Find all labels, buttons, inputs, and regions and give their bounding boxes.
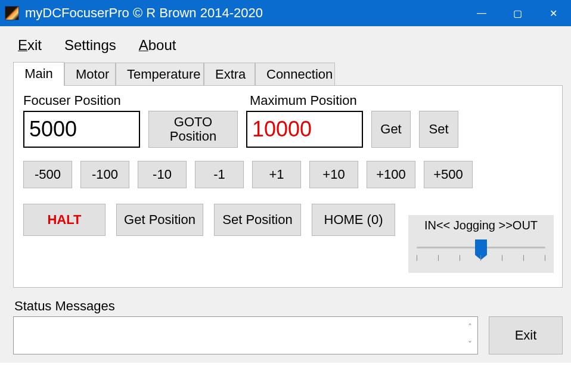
tab-extra[interactable]: Extra — [204, 63, 255, 86]
minimize-button[interactable]: — — [464, 0, 499, 26]
step-plus-500-button[interactable]: +500 — [424, 161, 473, 188]
slider-ticks — [417, 255, 545, 261]
set-position-button[interactable]: Set Position — [214, 204, 301, 236]
tab-motor[interactable]: Motor — [64, 63, 116, 86]
status-spinner[interactable]: ˄ ˅ — [463, 318, 476, 353]
step-minus-100-button[interactable]: -100 — [80, 161, 129, 188]
maximum-position-input[interactable]: 10000 — [246, 111, 363, 148]
status-messages-box[interactable]: ˄ ˅ — [13, 316, 478, 354]
window-title: myDCFocuserPro © R Brown 2014-2020 — [25, 5, 263, 21]
exit-button[interactable]: Exit — [489, 316, 563, 354]
step-buttons-row: -500 -100 -10 -1 +1 +10 +100 +500 — [23, 161, 553, 188]
app-icon — [5, 6, 19, 20]
tab-page-main: Focuser Position Maximum Position 5000 G… — [13, 85, 563, 288]
status-messages-label: Status Messages — [14, 298, 563, 314]
maximize-button[interactable]: ▢ — [499, 0, 535, 26]
tab-connection[interactable]: Connection — [255, 63, 335, 86]
step-minus-1-button[interactable]: -1 — [195, 161, 244, 188]
slider-thumb[interactable] — [475, 239, 487, 255]
maximum-position-label: Maximum Position — [250, 93, 357, 108]
set-max-button[interactable]: Set — [419, 111, 458, 148]
goto-position-button[interactable]: GOTO Position — [148, 111, 238, 148]
home-button[interactable]: HOME (0) — [312, 204, 395, 236]
jogging-panel: IN<< Jogging >>OUT — [408, 215, 554, 273]
jogging-slider[interactable] — [412, 238, 550, 268]
jogging-label: IN<< Jogging >>OUT — [412, 219, 550, 232]
focuser-position-label: Focuser Position — [23, 93, 250, 108]
menu-about[interactable]: About — [139, 37, 176, 54]
titlebar: myDCFocuserPro © R Brown 2014-2020 — ▢ ✕ — [0, 0, 571, 26]
menubar: Exit Settings About — [13, 32, 563, 62]
step-minus-10-button[interactable]: -10 — [138, 161, 187, 188]
get-position-button[interactable]: Get Position — [116, 204, 203, 236]
step-minus-500-button[interactable]: -500 — [23, 161, 72, 188]
menu-exit[interactable]: Exit — [18, 37, 42, 54]
focuser-position-input[interactable]: 5000 — [23, 111, 140, 148]
get-max-button[interactable]: Get — [371, 111, 411, 148]
halt-button[interactable]: HALT — [23, 204, 105, 236]
menu-settings[interactable]: Settings — [64, 37, 116, 54]
step-plus-10-button[interactable]: +10 — [309, 161, 358, 188]
tab-main[interactable]: Main — [13, 62, 64, 85]
step-plus-100-button[interactable]: +100 — [367, 161, 415, 188]
step-plus-1-button[interactable]: +1 — [252, 161, 301, 188]
spin-up-icon[interactable]: ˄ — [463, 318, 476, 335]
tab-strip: Main Motor Temperature Extra Connection — [13, 62, 563, 85]
spin-down-icon[interactable]: ˅ — [463, 335, 476, 353]
close-button[interactable]: ✕ — [535, 0, 571, 26]
tab-temperature[interactable]: Temperature — [116, 63, 204, 86]
